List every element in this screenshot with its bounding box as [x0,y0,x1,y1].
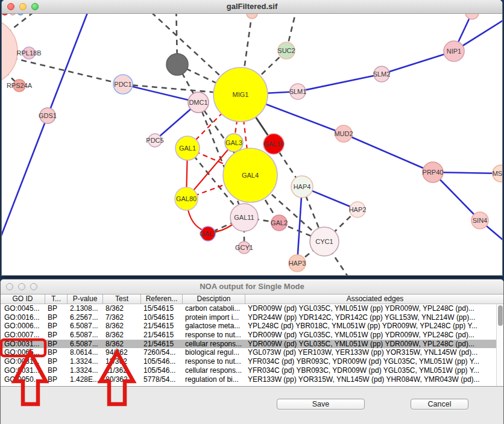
table-cell: BP [45,313,68,322]
column-header-referen[interactable]: Referen... [141,294,183,304]
table-cell: GO:0016... [1,313,45,322]
network-titlebar[interactable]: galFiltered.sif [2,0,502,14]
node-label-GAL1: GAL1 [179,145,196,152]
save-button[interactable]: Save [277,399,365,410]
table-row[interactable]: GO:0045...BP2.1308...8/36215/54615carbon… [1,304,504,313]
node-label-GAL4: GAL4 [242,172,259,179]
table-row[interactable]: GO:0007...BP6.5087...8/36221/54615respon… [1,331,504,340]
table-cell: GO:0031... [1,357,45,366]
table-cell: YPL248C (pd) YBR018C, YML051W (pp) YDR00… [245,322,504,331]
zoom-button[interactable] [30,283,37,290]
table-cell: YDR244W (pp) YDR142C, YDR142C (pp) YGL15… [245,313,504,322]
table-cell: 2.1308... [68,304,103,313]
table-cell: YFR034C (pd) YBR093C, YDR009W (pd) YGL03… [245,366,504,375]
noa-titlebar[interactable]: NOA output for Single Mode [1,279,503,295]
node-label-MUD2: MUD2 [334,130,353,137]
table-cell: cellular respons... [183,366,245,375]
table-cell: 6.5087... [68,331,103,340]
table-cell: 21/54615 [141,322,183,331]
minimize-button[interactable] [19,3,27,10]
node-label-HAP4: HAP4 [294,183,311,190]
network-window: RPL18BRPS24AGDS1PDC1DMC1MIG1SUC2SLM1SLM2… [1,0,503,276]
node-label-GDS1: GDS1 [39,112,57,119]
table-cell: GO:0065... [1,348,45,357]
table-cell: 21/54615 [141,331,183,340]
table-row[interactable]: GO:0050...BP1.428E...80/3625778/54...reg… [1,375,504,384]
table-cell: BP [45,304,68,313]
edge-blue [2,116,48,237]
table-cell: cellular respons... [183,340,245,349]
node-label-HAP2: HAP2 [349,206,367,213]
column-header-test[interactable]: Test [103,294,141,304]
node-label-DMC1: DMC1 [189,99,207,106]
edge-blue [123,84,198,102]
table-cell: protein import i... [183,313,245,322]
node-label-GAL11: GAL11 [234,214,254,221]
node-label-RPL18B: RPL18B [17,49,42,57]
node-label-GAL10: GAL10 [263,140,284,148]
table-cell: 1.3324... [68,366,103,375]
table-cell: YGL073W (pd) YER103W, YER133W (pp) YOR31… [245,348,504,357]
noa-window-title: NOA output for Single Mode [1,279,503,294]
table-cell: BP [45,331,68,340]
table-cell: 11/362 [103,366,141,375]
column-header-go-id[interactable]: GO ID [1,294,45,304]
table-cell: galactose meta... [183,322,245,331]
table-cell: YFR034C (pd) YBR093C, YDR009W (pd) YGL03… [245,357,504,366]
column-header-t[interactable]: T... [45,294,68,304]
node-label-GCY1: GCY1 [235,244,253,251]
table-row[interactable]: GO:0065...BP8.0614...94/3627260/54...bio… [1,348,504,357]
noa-window: NOA output for Single Mode GO IDT...P-va… [0,279,504,424]
table-cell: YER133W (pp) YOR315W, YNL145W (pd) YHR08… [245,375,504,384]
column-header-associated-edges[interactable]: Associated edges [245,294,504,304]
table-cell: BP [45,366,68,375]
table-cell: BP [45,375,68,384]
node-label-MIG1: MIG1 [233,91,249,98]
table-row[interactable]: GO:0031...BP1.3324...11/362105/546...res… [1,357,504,366]
table-cell: 94/362 [103,348,141,357]
table-cell: 15/54615 [141,304,183,313]
table-cell: 8/362 [103,322,141,331]
edge-blue [382,51,454,74]
table-cell: 1.3324... [68,357,103,366]
vertical-scrollbar[interactable] [496,304,504,386]
node-gray[interactable] [166,54,188,75]
close-button[interactable] [7,3,14,10]
table-cell: GO:0050... [1,375,45,384]
table-cell: 1.428E... [68,375,103,384]
edge-blue [298,74,382,92]
table-cell: YDR009W (pd) YGL035C, YML051W (pp) YDR00… [245,304,504,313]
node-label-GAL7: GAL7 [200,230,216,237]
zoom-button[interactable] [31,3,39,10]
desktop: RPL18BRPS24AGDS1PDC1DMC1MIG1SUC2SLM1SLM2… [0,0,504,424]
table-cell: 6.2567... [68,313,103,322]
table-cell: GO:0031... [1,366,45,375]
edge-blue [344,134,433,172]
table-cell: GO:0006... [1,322,45,331]
table-cell: carbon cataboli... [183,304,245,313]
node-label-SLM1: SLM1 [289,88,307,95]
table-cell: BP [45,357,68,366]
node-label-SIN4: SIN4 [473,217,487,224]
cancel-button[interactable]: Cancel [411,399,468,410]
table-cell: response to nut... [183,357,245,366]
table-cell: 105/546... [141,366,183,375]
traffic-lights [7,0,39,13]
table-header: GO IDT...P-valueTestReferen...Desciption… [1,294,504,304]
column-header-desciption[interactable]: Desciption [183,294,245,304]
edge-blue [297,187,302,263]
table-row[interactable]: GO:0006...BP6.5087...8/36221/54615galact… [1,322,504,331]
close-button[interactable] [6,283,13,290]
table-cell: 8/362 [103,304,141,313]
minimize-button[interactable] [18,283,25,290]
scrollbar-thumb[interactable] [498,305,503,326]
table-row[interactable]: GO:0031...BP1.3324...11/362105/546...cel… [1,366,504,375]
table-row[interactable]: GO:0016...BP6.2567...7/36210/54615protei… [1,313,504,322]
network-graph[interactable]: RPL18BRPS24AGDS1PDC1DMC1MIG1SUC2SLM1SLM2… [2,0,503,276]
table-row[interactable]: GO:0031...BP6.5087...8/36221/54615cellul… [1,340,504,349]
table-cell: biological regul... [183,348,245,357]
node-label-GAL2: GAL2 [271,219,288,226]
column-header-p-value[interactable]: P-value [68,294,103,304]
table-cell: GO:0045... [1,304,45,313]
table-cell: 7260/54... [141,348,183,357]
